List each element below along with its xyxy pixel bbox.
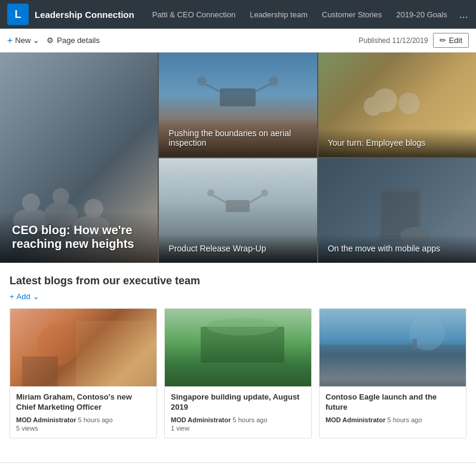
svg-point-27	[207, 318, 278, 336]
nav-leadership-team[interactable]: Leadership team	[242, 0, 315, 29]
nav-goals[interactable]: 2019-20 Goals	[389, 0, 454, 29]
hero-main-title: CEO blog: How we're reaching new heights	[12, 223, 146, 251]
hero-card-2[interactable]: Your turn: Employee blogs	[318, 53, 476, 157]
add-plus-icon: +	[10, 292, 14, 301]
blog-card-3-image	[320, 309, 466, 386]
hero-card-4-title: On the move with mobile apps	[328, 244, 466, 253]
hero-card-1-overlay: Pushing the boundaries on aerial inspect…	[159, 119, 317, 157]
hero-card-3[interactable]: Product Release Wrap-Up	[159, 158, 317, 263]
blog-card-3-title: Contoso Eagle launch and the future	[325, 392, 460, 413]
svg-point-18	[261, 189, 268, 196]
plus-icon: +	[7, 35, 13, 46]
bottom-section: Monthly Q&As Each month all employees ar…	[0, 462, 476, 473]
hero-card-4[interactable]: On the move with mobile apps	[318, 158, 476, 263]
top-navigation: L Leadership Connection Patti & CEO Conn…	[0, 0, 476, 29]
site-title: Leadership Connection	[35, 10, 134, 20]
gear-icon: ⚙	[47, 36, 54, 45]
nav-links: Patti & CEO Connection Leadership team C…	[145, 0, 473, 29]
svg-point-9	[197, 76, 207, 86]
svg-rect-6	[220, 88, 256, 106]
toolbar-left: + New ⌄ ⚙ Page details	[7, 35, 100, 46]
blog-card-1-views: 5 views	[16, 425, 151, 432]
blog-card-1-meta: MOD Administrator 5 hours ago	[16, 416, 151, 423]
svg-point-4	[53, 188, 69, 205]
logo-letter: L	[15, 8, 22, 21]
hero-card-1-title: Pushing the boundaries on aerial inspect…	[168, 128, 307, 148]
hero-card-2-title: Your turn: Employee blogs	[328, 138, 466, 148]
nav-customer-stories[interactable]: Customer Stories	[315, 0, 389, 29]
blog-card-2[interactable]: Singapore building update, August 2019 M…	[164, 308, 312, 438]
more-button[interactable]: ...	[454, 0, 473, 29]
blog-card-2-image	[165, 309, 311, 386]
hero-card-1[interactable]: Pushing the boundaries on aerial inspect…	[159, 53, 317, 157]
hero-card-4-overlay: On the move with mobile apps	[318, 234, 476, 263]
svg-point-3	[22, 194, 40, 211]
blog-card-1-body: Miriam Graham, Contoso's new Chief Marke…	[10, 386, 156, 438]
blog-card-2-time-value: 5 hours ago	[233, 416, 268, 423]
page-details-label: Page details	[57, 36, 100, 45]
hero-card-2-overlay: Your turn: Employee blogs	[318, 128, 476, 157]
edit-page-label: Edit	[449, 36, 462, 45]
hero-card-3-title: Product Release Wrap-Up	[168, 244, 307, 253]
blog-card-3-meta: MOD Administrator 5 hours ago	[325, 416, 460, 423]
edit-nav-button[interactable]: Edit	[473, 0, 476, 29]
hero-card-3-overlay: Product Release Wrap-Up	[159, 234, 317, 263]
site-logo: L	[7, 4, 29, 25]
blog-card-1-author: MOD Administrator	[16, 416, 76, 423]
new-label: New	[15, 36, 30, 45]
blog-card-1-title: Miriam Graham, Contoso's new Chief Marke…	[16, 392, 151, 413]
blog-card-2-views: 1 view	[171, 425, 305, 432]
toolbar-right: Published 11/12/2019 ✏ Edit	[358, 33, 469, 48]
pencil-icon: ✏	[440, 36, 446, 45]
nav-patti-ceo[interactable]: Patti & CEO Connection	[145, 0, 242, 29]
hero-main-card[interactable]: CEO blog: How we're reaching new heights	[0, 53, 158, 263]
blog-card-1-time-value: 5 hours ago	[78, 416, 113, 423]
svg-rect-26	[165, 363, 312, 386]
svg-rect-24	[76, 321, 153, 386]
blog-card-2-author: MOD Administrator	[171, 416, 231, 423]
published-label: Published 11/12/2019	[358, 36, 428, 45]
new-chevron-icon: ⌄	[33, 36, 39, 45]
add-blogs-button[interactable]: + Add ⌄	[10, 292, 466, 301]
blog-card-1[interactable]: Miriam Graham, Contoso's new Chief Marke…	[10, 308, 157, 438]
svg-rect-23	[22, 357, 58, 386]
new-button[interactable]: + New ⌄	[7, 35, 39, 46]
page-details-button[interactable]: ⚙ Page details	[47, 36, 100, 45]
nav-right-actions: Edit ★ Following ↗ Share site	[473, 0, 476, 29]
blog-card-3-body: Contoso Eagle launch and the future MOD …	[320, 386, 466, 431]
svg-point-12	[398, 93, 420, 114]
add-chevron-icon: ⌄	[33, 292, 39, 301]
svg-rect-30	[412, 339, 417, 351]
add-label: Add	[17, 292, 30, 301]
blog-card-3[interactable]: Contoso Eagle launch and the future MOD …	[319, 308, 466, 438]
svg-point-10	[269, 76, 278, 86]
hero-section: CEO blog: How we're reaching new heights…	[0, 53, 476, 263]
latest-blogs-section: Latest blogs from our executive team + A…	[0, 263, 476, 462]
blog-card-1-image	[10, 309, 156, 386]
hero-main-overlay: CEO blog: How we're reaching new heights	[0, 211, 158, 263]
blog-card-2-title: Singapore building update, August 2019	[171, 392, 305, 413]
blog-card-3-time-value: 5 hours ago	[388, 416, 422, 423]
svg-point-17	[207, 189, 214, 196]
blog-card-3-author: MOD Administrator	[325, 416, 385, 423]
latest-blogs-title: Latest blogs from our executive team	[10, 275, 466, 287]
svg-rect-28	[320, 345, 466, 386]
blog-cards-grid: Miriam Graham, Contoso's new Chief Marke…	[10, 308, 466, 438]
svg-rect-14	[226, 200, 250, 212]
blog-card-2-meta: MOD Administrator 5 hours ago	[171, 416, 305, 423]
page-toolbar: + New ⌄ ⚙ Page details Published 11/12/2…	[0, 29, 476, 53]
edit-page-button[interactable]: ✏ Edit	[433, 33, 469, 48]
svg-point-13	[364, 97, 383, 116]
blog-card-2-body: Singapore building update, August 2019 M…	[165, 386, 311, 438]
